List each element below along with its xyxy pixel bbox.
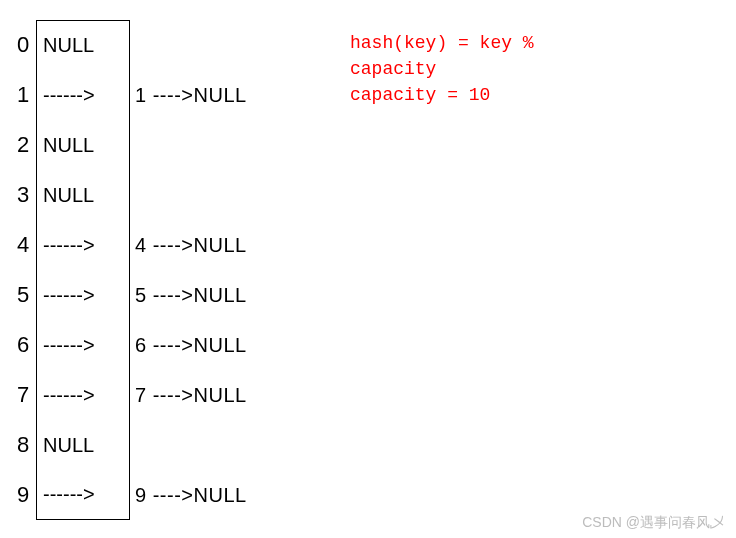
bucket-row-2: 2 NULL [10,120,726,170]
bucket-row-5: 5 ------> 5 ---->NULL [10,270,726,320]
bucket-cell: NULL [36,20,130,70]
bucket-index: 6 [10,332,36,358]
bucket-index: 3 [10,182,36,208]
bucket-cell: ------> [36,370,130,420]
formula-line-1: hash(key) = key % [350,30,534,56]
bucket-row-4: 4 ------> 4 ---->NULL [10,220,726,270]
hash-formula: hash(key) = key % capacity capacity = 10 [350,30,534,108]
bucket-cell: ------> [36,220,130,270]
bucket-row-6: 6 ------> 6 ---->NULL [10,320,726,370]
bucket-index: 7 [10,382,36,408]
bucket-row-8: 8 NULL [10,420,726,470]
bucket-cell: ------> [36,470,130,520]
bucket-index: 5 [10,282,36,308]
bucket-cell: NULL [36,420,130,470]
bucket-cell: NULL [36,170,130,220]
bucket-chain: 7 ---->NULL [135,384,247,407]
bucket-row-9: 9 ------> 9 ---->NULL [10,470,726,520]
bucket-chain: 5 ---->NULL [135,284,247,307]
bucket-index: 0 [10,32,36,58]
bucket-cell: NULL [36,120,130,170]
bucket-chain: 6 ---->NULL [135,334,247,357]
watermark: CSDN @遇事问春风乄 [582,514,724,532]
bucket-index: 9 [10,482,36,508]
bucket-row-7: 7 ------> 7 ---->NULL [10,370,726,420]
formula-line-2: capacity [350,56,534,82]
bucket-chain: 9 ---->NULL [135,484,247,507]
bucket-index: 1 [10,82,36,108]
bucket-index: 2 [10,132,36,158]
bucket-cell: ------> [36,270,130,320]
bucket-chain: 4 ---->NULL [135,234,247,257]
bucket-chain: 1 ---->NULL [135,84,247,107]
bucket-cell: ------> [36,320,130,370]
bucket-index: 8 [10,432,36,458]
formula-line-3: capacity = 10 [350,82,534,108]
bucket-index: 4 [10,232,36,258]
bucket-row-3: 3 NULL [10,170,726,220]
bucket-cell: ------> [36,70,130,120]
